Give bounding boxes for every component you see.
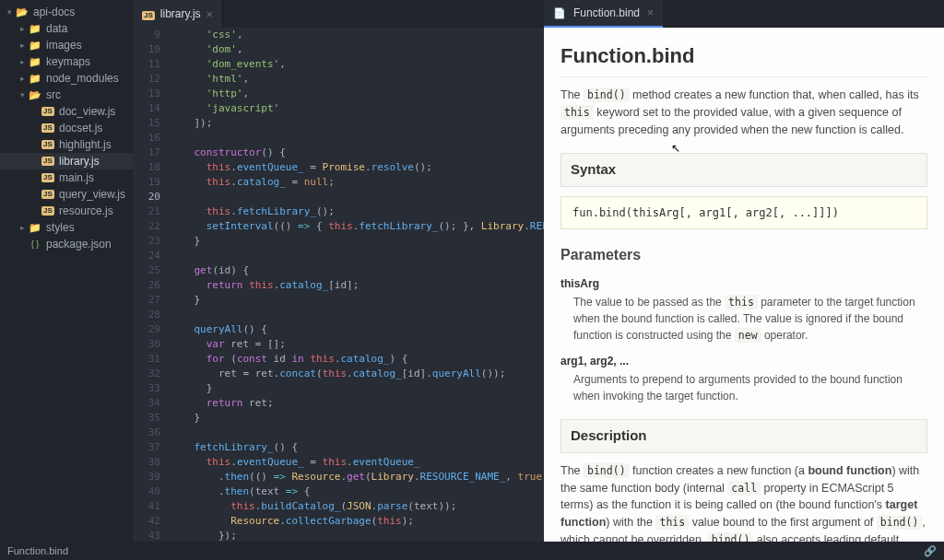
folder-label: data — [46, 22, 67, 35]
folder-label: node_modules — [46, 72, 119, 85]
folder-label: src — [46, 88, 61, 101]
tree-file[interactable]: JShighlight.js — [0, 136, 133, 153]
chevron-right-icon: ▸ — [17, 41, 28, 50]
tree-file-active[interactable]: JSlibrary.js — [0, 153, 133, 169]
doc-tab-bar: Function.bind × — [544, 0, 944, 28]
doc-description-heading: Description — [560, 419, 927, 453]
json-file-icon — [28, 239, 42, 249]
chevron-down-icon: ▾ — [4, 7, 15, 17]
js-file-icon: JS — [41, 206, 55, 216]
js-file-icon: JS — [41, 157, 55, 166]
doc-content[interactable]: Function.bind The bind() method creates … — [544, 28, 944, 542]
status-left: Function.bind — [7, 545, 68, 556]
param-desc: Arguments to prepend to arguments provid… — [560, 371, 927, 404]
folder-label: keymaps — [46, 55, 90, 68]
file-label: highlight.js — [59, 138, 112, 151]
doc-title: Function.bind — [560, 41, 927, 77]
param-name: thisArg — [560, 275, 927, 292]
doc-intro: The bind() method creates a new function… — [560, 87, 927, 138]
tree-folder[interactable]: ▸keymaps — [0, 53, 133, 70]
status-bar: Function.bind 🔗 — [0, 542, 944, 560]
folder-icon — [28, 40, 42, 52]
tree-folder[interactable]: ▸styles — [0, 219, 133, 236]
tree-file[interactable]: JSdocset.js — [0, 120, 133, 136]
tree-folder[interactable]: ▸images — [0, 37, 133, 53]
js-file-icon: JS — [41, 190, 55, 199]
link-icon[interactable]: 🔗 — [924, 545, 937, 557]
editor-pane: JS library.js × 910111213141516171819202… — [133, 0, 544, 542]
doc-tab[interactable]: Function.bind × — [544, 0, 663, 28]
doc-syntax-heading: Syntax — [560, 153, 927, 187]
folder-icon — [28, 222, 42, 234]
file-label: library.js — [59, 155, 100, 168]
folder-label: api-docs — [33, 6, 75, 18]
folder-icon — [28, 56, 42, 68]
js-file-icon: JS — [41, 140, 55, 149]
file-label: main.js — [59, 171, 94, 184]
line-gutter: 9101112131415161718192021222324252627282… — [133, 28, 170, 542]
js-file-icon: JS — [142, 7, 155, 20]
tree-file[interactable]: package.json — [0, 236, 133, 252]
chevron-right-icon: ▸ — [17, 223, 28, 232]
js-file-icon: JS — [41, 123, 55, 133]
folder-label: images — [46, 39, 82, 52]
file-label: docset.js — [59, 122, 102, 134]
param-name: arg1, arg2, ... — [560, 353, 927, 369]
tab-label: library.js — [160, 7, 201, 20]
tree-folder[interactable]: ▸node_modules — [0, 70, 133, 87]
chevron-right-icon: ▸ — [17, 24, 28, 33]
close-icon[interactable]: × — [206, 7, 214, 21]
tree-file[interactable]: JSquery_view.js — [0, 186, 133, 203]
chevron-right-icon: ▸ — [17, 57, 28, 66]
folder-open-icon — [28, 89, 42, 101]
folder-open-icon — [15, 6, 30, 18]
chevron-down-icon: ▾ — [17, 90, 28, 99]
close-icon[interactable]: × — [647, 6, 654, 19]
folder-label: styles — [46, 221, 75, 234]
file-tree-sidebar[interactable]: ▾ api-docs ▸data ▸images ▸keymaps ▸node_… — [0, 0, 133, 542]
document-icon — [553, 6, 566, 19]
syntax-box: fun.bind(thisArg[, arg1[, arg2[, ...]]]) — [560, 196, 927, 229]
tree-folder[interactable]: ▸data — [0, 20, 133, 37]
tree-file[interactable]: JSmain.js — [0, 169, 133, 186]
doc-params-heading: Parameters — [560, 244, 927, 266]
documentation-pane: Function.bind × Function.bind The bind()… — [544, 0, 944, 542]
folder-icon — [28, 73, 42, 85]
js-file-icon: JS — [41, 173, 55, 182]
tree-file[interactable]: JSdoc_view.js — [0, 103, 133, 120]
code-editor[interactable]: 9101112131415161718192021222324252627282… — [133, 28, 544, 542]
tree-folder-root[interactable]: ▾ api-docs — [0, 4, 133, 20]
code-area[interactable]: 'css', 'dom', 'dom_events', 'html', 'htt… — [170, 28, 544, 542]
tree-folder-src[interactable]: ▾src — [0, 87, 133, 103]
file-label: resource.js — [59, 204, 113, 217]
editor-tab-bar: JS library.js × — [133, 0, 544, 28]
param-desc: The value to be passed as the this param… — [560, 294, 927, 344]
file-label: package.json — [46, 238, 112, 251]
chevron-right-icon: ▸ — [17, 74, 28, 83]
doc-description-body: The bind() function creates a new functi… — [560, 462, 927, 542]
folder-icon — [28, 23, 42, 35]
js-file-icon: JS — [41, 107, 55, 116]
doc-tab-label: Function.bind — [573, 6, 640, 19]
editor-tab[interactable]: JS library.js × — [133, 0, 223, 28]
file-label: query_view.js — [59, 188, 125, 201]
tree-file[interactable]: JSresource.js — [0, 203, 133, 219]
file-label: doc_view.js — [59, 105, 115, 118]
